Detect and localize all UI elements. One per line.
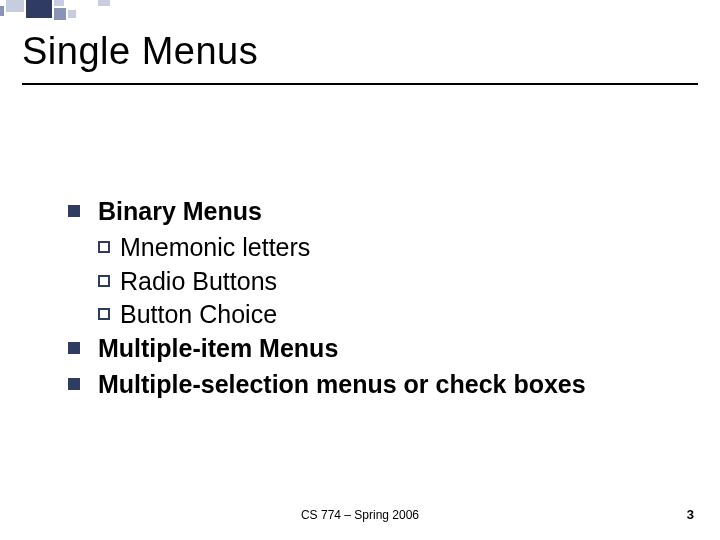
bullet-text: Mnemonic letters — [120, 231, 310, 265]
square-bullet-icon — [68, 205, 80, 217]
bullet-level1: Multiple-selection menus or check boxes — [68, 368, 680, 402]
open-square-bullet-icon — [98, 241, 110, 253]
title-block: Single Menus — [22, 30, 698, 85]
slide-title: Single Menus — [22, 30, 698, 73]
bullet-level2: Button Choice — [98, 298, 680, 332]
deco-square — [98, 0, 110, 6]
content-area: Binary Menus Mnemonic letters Radio Butt… — [68, 195, 680, 404]
bullet-text: Multiple-selection menus or check boxes — [98, 368, 586, 402]
bullet-text: Binary Menus — [98, 195, 262, 229]
footer-center: CS 774 – Spring 2006 — [0, 508, 720, 522]
deco-square — [68, 10, 76, 18]
slide: Single Menus Binary Menus Mnemonic lette… — [0, 0, 720, 540]
deco-square — [0, 6, 4, 16]
corner-decoration — [0, 0, 120, 22]
bullet-level1: Multiple-item Menus — [68, 332, 680, 366]
deco-square — [6, 0, 24, 12]
bullet-text: Radio Buttons — [120, 265, 277, 299]
square-bullet-icon — [68, 378, 80, 390]
deco-square — [54, 8, 66, 20]
deco-square — [26, 0, 52, 18]
deco-square — [54, 0, 64, 6]
bullet-level1: Binary Menus — [68, 195, 680, 229]
open-square-bullet-icon — [98, 308, 110, 320]
page-number: 3 — [687, 507, 694, 522]
bullet-level2: Mnemonic letters — [98, 231, 680, 265]
open-square-bullet-icon — [98, 275, 110, 287]
sub-list: Mnemonic letters Radio Buttons Button Ch… — [98, 231, 680, 332]
bullet-level2: Radio Buttons — [98, 265, 680, 299]
bullet-text: Button Choice — [120, 298, 277, 332]
bullet-text: Multiple-item Menus — [98, 332, 338, 366]
square-bullet-icon — [68, 342, 80, 354]
